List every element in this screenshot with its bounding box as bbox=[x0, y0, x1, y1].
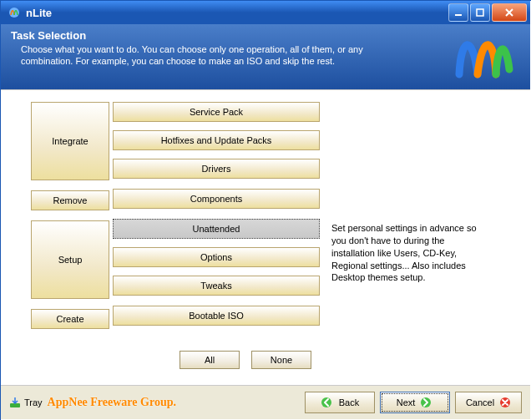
header: Task Selection Choose what you want to d… bbox=[1, 24, 530, 89]
page-description: Choose what you want to do. You can choo… bbox=[21, 43, 405, 68]
task-drivers[interactable]: Drivers bbox=[113, 159, 320, 179]
footer: Tray AppNee Freeware Group. Back Next Ca… bbox=[1, 386, 530, 419]
svg-rect-1 bbox=[455, 14, 462, 16]
tray-label: Tray bbox=[24, 397, 43, 407]
titlebar: nLite bbox=[1, 1, 530, 24]
select-all-button[interactable]: All bbox=[180, 351, 240, 369]
app-icon bbox=[8, 6, 21, 19]
arrow-right-icon bbox=[420, 397, 433, 408]
nlite-logo bbox=[447, 24, 522, 83]
cancel-button[interactable]: Cancel bbox=[455, 392, 522, 413]
category-integrate[interactable]: Integrate bbox=[31, 102, 109, 180]
cancel-label: Cancel bbox=[466, 397, 494, 407]
close-button[interactable] bbox=[492, 3, 527, 22]
content-area: Integrate Remove Setup Create Service Pa… bbox=[1, 89, 530, 386]
window-title: nLite bbox=[26, 7, 448, 19]
back-label: Back bbox=[339, 397, 359, 407]
cancel-icon bbox=[499, 397, 511, 408]
svg-point-5 bbox=[421, 397, 431, 407]
arrow-left-icon bbox=[321, 397, 334, 408]
task-hotfixes[interactable]: Hotfixes and Update Packs bbox=[113, 130, 320, 150]
svg-point-4 bbox=[321, 397, 331, 407]
select-none-button[interactable]: None bbox=[251, 351, 311, 369]
page-title: Task Selection bbox=[11, 29, 405, 42]
category-setup[interactable]: Setup bbox=[31, 220, 109, 299]
task-service-pack[interactable]: Service Pack bbox=[113, 102, 320, 122]
next-button[interactable]: Next bbox=[380, 392, 450, 413]
tray-icon bbox=[9, 397, 21, 408]
minimize-button[interactable] bbox=[448, 3, 468, 22]
svg-rect-2 bbox=[477, 9, 483, 16]
back-button[interactable]: Back bbox=[305, 392, 375, 413]
task-options[interactable]: Options bbox=[113, 247, 320, 267]
category-remove[interactable]: Remove bbox=[31, 190, 109, 210]
category-create[interactable]: Create bbox=[31, 309, 109, 329]
watermark-text: AppNee Freeware Group. bbox=[48, 396, 176, 409]
task-tweaks[interactable]: Tweaks bbox=[113, 276, 320, 296]
next-label: Next bbox=[397, 397, 416, 407]
task-components[interactable]: Components bbox=[113, 189, 320, 209]
task-bootable-iso[interactable]: Bootable ISO bbox=[113, 306, 320, 326]
tray-button[interactable]: Tray bbox=[9, 397, 43, 408]
task-hint-text: Set personal settings in advance so you … bbox=[331, 222, 487, 284]
task-unattended[interactable]: Unattended bbox=[113, 219, 320, 239]
maximize-button[interactable] bbox=[470, 3, 490, 22]
